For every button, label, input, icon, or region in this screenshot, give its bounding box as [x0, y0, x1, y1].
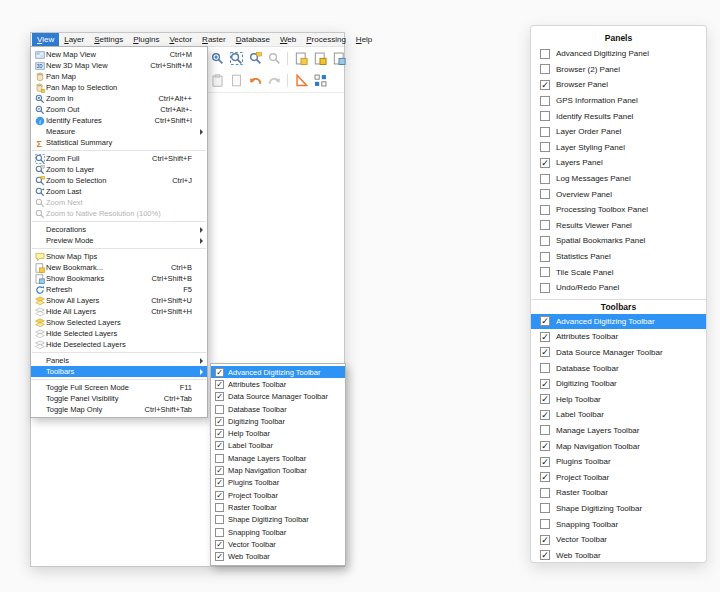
zoom-gray-icon[interactable]	[266, 51, 282, 67]
menubar-item-web[interactable]: Web	[275, 33, 301, 46]
menu-item-hide-all-layers[interactable]: Hide All LayersCtrl+Shift+H	[31, 306, 207, 317]
menubar-item-layer[interactable]: Layer	[59, 33, 89, 46]
menu-item-show-selected-layers[interactable]: Show Selected Layers	[31, 317, 207, 328]
snap-icon[interactable]	[312, 73, 328, 89]
menu-item-show-map-tips[interactable]: Show Map Tips	[31, 251, 207, 262]
reference-item-layer-order-panel[interactable]: Layer Order Panel	[531, 124, 706, 140]
checked-checkbox[interactable]: ✓	[215, 466, 224, 475]
checked-checkbox[interactable]: ✓	[215, 368, 224, 377]
checked-checkbox[interactable]: ✓	[540, 379, 550, 389]
reference-item-statistics-panel[interactable]: Statistics Panel	[531, 249, 706, 265]
checked-checkbox[interactable]: ✓	[215, 478, 224, 487]
unchecked-checkbox[interactable]	[540, 49, 550, 59]
unchecked-checkbox[interactable]	[540, 142, 550, 152]
checked-checkbox[interactable]: ✓	[540, 394, 550, 404]
checked-checkbox[interactable]: ✓	[540, 457, 550, 467]
menu-item-statistical-summary[interactable]: ΣStatistical Summary	[31, 137, 207, 148]
reference-item-raster-toolbar[interactable]: Raster Toolbar	[531, 485, 706, 501]
checked-checkbox[interactable]: ✓	[540, 472, 550, 482]
menu-item-pan-map-to-selection[interactable]: Pan Map to Selection	[31, 82, 207, 93]
submenu-item-plugins-toolbar[interactable]: ✓Plugins Toolbar	[211, 477, 345, 489]
menu-item-zoom-full[interactable]: Zoom FullCtrl+Shift+F	[31, 153, 207, 164]
menu-item-show-all-layers[interactable]: Show All LayersCtrl+Shift+U	[31, 295, 207, 306]
undo-icon[interactable]	[247, 73, 263, 89]
reference-item-digitizing-toolbar[interactable]: ✓Digitizing Toolbar	[531, 376, 706, 392]
bookmark-lock-icon[interactable]	[312, 51, 328, 67]
menubar-item-settings[interactable]: Settings	[89, 33, 128, 46]
menu-item-toggle-panel-visibility[interactable]: Toggle Panel VisibilityCtrl+Tab	[31, 393, 207, 404]
reference-item-map-navigation-toolbar[interactable]: ✓Map Navigation Toolbar	[531, 438, 706, 454]
menu-item-zoom-to-native-resolution-100[interactable]: Zoom to Native Resolution (100%)	[31, 208, 207, 219]
bookmark-show-icon[interactable]	[331, 51, 347, 67]
menu-item-zoom-to-layer[interactable]: Zoom to Layer	[31, 164, 207, 175]
menu-item-toggle-full-screen-mode[interactable]: Toggle Full Screen ModeF11	[31, 382, 207, 393]
submenu-item-shape-digitizing-toolbar[interactable]: Shape Digitizing Toolbar	[211, 514, 345, 526]
unchecked-checkbox[interactable]	[540, 488, 550, 498]
reference-item-shape-digitizing-toolbar[interactable]: Shape Digitizing Toolbar	[531, 501, 706, 517]
submenu-item-manage-layers-toolbar[interactable]: Manage Layers Toolbar	[211, 452, 345, 464]
submenu-item-snapping-toolbar[interactable]: Snapping Toolbar	[211, 526, 345, 538]
submenu-item-data-source-manager-toolbar[interactable]: ✓Data Source Manager Toolbar	[211, 391, 345, 403]
page-icon[interactable]	[228, 73, 244, 89]
unchecked-checkbox[interactable]	[540, 174, 550, 184]
unchecked-checkbox[interactable]	[540, 503, 550, 513]
reference-item-database-toolbar[interactable]: Database Toolbar	[531, 360, 706, 376]
unchecked-checkbox[interactable]	[540, 425, 550, 435]
menu-item-toggle-map-only[interactable]: Toggle Map OnlyCtrl+Shift+Tab	[31, 404, 207, 415]
unchecked-checkbox[interactable]	[540, 64, 550, 74]
reference-item-overview-panel[interactable]: Overview Panel	[531, 186, 706, 202]
zoom-selection-icon[interactable]	[247, 51, 263, 67]
reference-item-advanced-digitizing-panel[interactable]: Advanced Digitizing Panel	[531, 46, 706, 62]
checked-checkbox[interactable]: ✓	[540, 550, 550, 560]
unchecked-checkbox[interactable]	[540, 267, 550, 277]
checked-checkbox[interactable]: ✓	[540, 410, 550, 420]
checked-checkbox[interactable]: ✓	[215, 392, 224, 401]
menu-item-zoom-in[interactable]: Zoom InCtrl+Alt++	[31, 93, 207, 104]
submenu-item-database-toolbar[interactable]: Database Toolbar	[211, 403, 345, 415]
submenu-item-advanced-digitizing-toolbar[interactable]: ✓Advanced Digitizing Toolbar	[211, 366, 345, 378]
reference-item-layer-styling-panel[interactable]: Layer Styling Panel	[531, 140, 706, 156]
bookmark-new-icon[interactable]	[293, 51, 309, 67]
zoom-full-icon[interactable]	[228, 51, 244, 67]
ruler-icon[interactable]	[293, 73, 309, 89]
unchecked-checkbox[interactable]	[215, 503, 224, 512]
menu-item-panels[interactable]: Panels	[31, 355, 207, 366]
unchecked-checkbox[interactable]	[540, 111, 550, 121]
unchecked-checkbox[interactable]	[540, 236, 550, 246]
menu-item-measure[interactable]: Measure	[31, 126, 207, 137]
menubar-item-raster[interactable]: Raster	[197, 33, 231, 46]
reference-item-help-toolbar[interactable]: ✓Help Toolbar	[531, 391, 706, 407]
menu-item-toolbars[interactable]: Toolbars	[31, 366, 207, 377]
checked-checkbox[interactable]: ✓	[540, 80, 550, 90]
zoom-in-icon[interactable]	[209, 51, 225, 67]
reference-item-undo-redo-panel[interactable]: Undo/Redo Panel	[531, 280, 706, 296]
reference-item-advanced-digitizing-toolbar[interactable]: ✓Advanced Digitizing Toolbar	[531, 314, 706, 330]
submenu-item-attributes-toolbar[interactable]: ✓Attributes Toolbar	[211, 378, 345, 390]
submenu-item-map-navigation-toolbar[interactable]: ✓Map Navigation Toolbar	[211, 464, 345, 476]
checked-checkbox[interactable]: ✓	[540, 535, 550, 545]
redo-icon[interactable]	[266, 73, 282, 89]
unchecked-checkbox[interactable]	[540, 96, 550, 106]
clipboard-icon[interactable]	[209, 73, 225, 89]
unchecked-checkbox[interactable]	[540, 283, 550, 293]
checked-checkbox[interactable]: ✓	[540, 441, 550, 451]
menu-item-refresh[interactable]: RefreshF5	[31, 284, 207, 295]
reference-item-layers-panel[interactable]: ✓Layers Panel	[531, 155, 706, 171]
menubar-item-database[interactable]: Database	[231, 33, 275, 46]
submenu-item-project-toolbar[interactable]: ✓Project Toolbar	[211, 489, 345, 501]
reference-item-attributes-toolbar[interactable]: ✓Attributes Toolbar	[531, 329, 706, 345]
menu-item-zoom-last[interactable]: Zoom Last	[31, 186, 207, 197]
menu-item-pan-map[interactable]: Pan Map	[31, 71, 207, 82]
reference-item-manage-layers-toolbar[interactable]: Manage Layers Toolbar	[531, 423, 706, 439]
unchecked-checkbox[interactable]	[215, 528, 224, 537]
unchecked-checkbox[interactable]	[215, 405, 224, 414]
menu-item-hide-selected-layers[interactable]: Hide Selected Layers	[31, 328, 207, 339]
submenu-item-label-toolbar[interactable]: ✓Label Toolbar	[211, 440, 345, 452]
checked-checkbox[interactable]: ✓	[215, 417, 224, 426]
checked-checkbox[interactable]: ✓	[540, 332, 550, 342]
menu-item-zoom-next[interactable]: Zoom Next	[31, 197, 207, 208]
reference-item-results-viewer-panel[interactable]: Results Viewer Panel	[531, 218, 706, 234]
menu-item-show-bookmarks[interactable]: Show BookmarksCtrl+Shift+B	[31, 273, 207, 284]
menu-item-zoom-out[interactable]: Zoom OutCtrl+Alt+-	[31, 104, 207, 115]
reference-item-gps-information-panel[interactable]: GPS Information Panel	[531, 93, 706, 109]
